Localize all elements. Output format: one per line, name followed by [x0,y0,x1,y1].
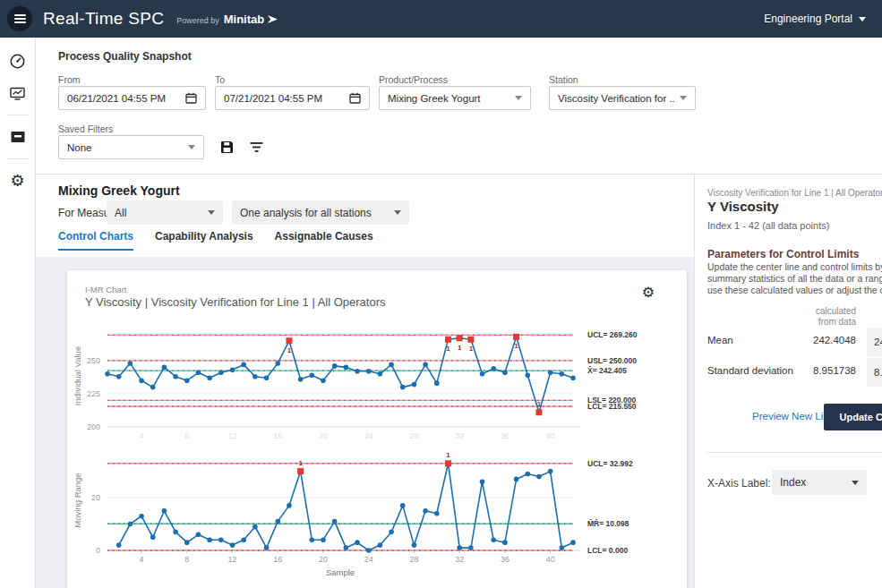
panel-section-divider [707,452,882,453]
product-process-value: Mixing Greek Yogurt [388,93,510,104]
mr-chart: 020481216202428323640SampleMoving RangeU… [70,445,688,588]
to-label: To [215,74,225,85]
svg-text:UCL= 32.992: UCL= 32.992 [587,459,633,468]
description-line: Update the center line and control limit… [707,261,882,273]
svg-text:16: 16 [273,555,282,564]
tab-capability-analysis[interactable]: Capability Analysis [155,230,253,251]
description-line: use these calculated values or adjust th… [707,285,882,296]
svg-text:24: 24 [364,555,373,564]
station-select[interactable]: Viscosity Verification for ... [549,86,696,110]
panel-title: Y Viscosity [707,199,779,214]
x-axis-select[interactable]: Index [772,470,867,495]
svg-text:USL= 250.000: USL= 250.000 [587,356,637,365]
calendar-icon [349,92,361,104]
svg-text:1: 1 [287,346,292,354]
svg-text:4: 4 [140,555,144,564]
svg-text:1: 1 [298,459,303,467]
portal-menu[interactable]: Engineering Portal [764,13,866,25]
svg-text:Moving Range: Moving Range [73,473,82,527]
station-label: Station [549,74,578,85]
gauge-icon[interactable] [7,50,29,72]
svg-text:4: 4 [140,431,144,439]
i-chart: 200225250481216202428323640Individual Va… [70,320,688,439]
chevron-down-icon [515,96,522,100]
col-header-line: calculated [802,306,856,317]
product-process-label: Product/Process [379,74,448,85]
panel-subtitle: Viscosity Verification for Line 1 | All … [707,188,882,198]
svg-text:1: 1 [469,345,474,353]
svg-text:32: 32 [455,555,464,564]
chevron-down-icon [394,210,401,215]
parameters-heading: Parameters for Control Limits [707,248,859,260]
from-date-value: 06/21/2021 04:55 PM [67,93,185,104]
analysis-mode-select[interactable]: One analysis for all stations [232,200,409,225]
std-input[interactable] [867,358,882,387]
filter-icon [250,141,263,153]
archive-icon[interactable] [7,126,29,148]
svg-text:28: 28 [409,555,418,564]
chart-card: I-MR Chart Y Viscosity | Viscosity Verif… [67,270,687,588]
mean-calculated-value: 242.4048 [784,335,856,345]
svg-text:20: 20 [319,431,328,439]
svg-text:1: 1 [537,400,542,408]
svg-text:LCL= 215.550: LCL= 215.550 [587,402,637,411]
svg-text:16: 16 [273,431,282,439]
saved-filters-value: None [67,142,183,153]
process-title: Mixing Greek Yogurt [58,183,180,198]
std-calculated-value: 8.951738 [784,365,856,376]
monitor-chart-icon[interactable] [7,82,29,104]
to-date-input[interactable]: 07/21/2021 04:55 PM [215,86,370,110]
left-sidebar: ⚙ [0,38,36,588]
gear-icon[interactable]: ⚙ [7,170,29,192]
svg-text:40: 40 [546,555,555,564]
svg-text:1: 1 [458,344,462,352]
from-date-input[interactable]: 06/21/2021 04:55 PM [58,86,206,110]
svg-text:12: 12 [228,431,237,439]
sidebar-divider [7,158,29,159]
svg-text:20: 20 [91,493,100,502]
svg-text:X̄= 242.405: X̄= 242.405 [587,366,627,375]
product-process-select[interactable]: Mixing Greek Yogurt [379,86,531,110]
powered-by-brand: Powered by Minitab [176,13,278,26]
mean-input[interactable] [867,328,882,356]
save-icon [220,141,234,154]
svg-text:36: 36 [501,555,510,564]
calendar-icon [185,92,197,104]
measure-value: All [115,207,126,219]
brand-name: Minitab [224,13,265,26]
parameters-description: Update the center line and control limit… [707,261,882,296]
filter-list-button[interactable] [247,138,265,156]
svg-text:8: 8 [184,555,189,564]
chevron-down-icon [852,481,859,485]
chart-settings-button[interactable]: ⚙ [642,285,655,301]
save-filter-button[interactable] [218,138,235,156]
svg-text:12: 12 [228,555,237,564]
chevron-down-icon [680,96,687,100]
col-header-line: from data [802,317,856,328]
tab-bar: Control ChartsCapability AnalysisAssigna… [58,230,373,251]
svg-text:UCL= 269.260: UCL= 269.260 [587,330,638,339]
chevron-down-icon [208,210,215,215]
app-title: Real-Time SPC [43,9,164,29]
sidebar-divider [7,115,29,115]
measure-select[interactable]: All [107,200,223,225]
svg-text:LCL= 0.000: LCL= 0.000 [587,546,628,555]
tab-assignable-causes[interactable]: Assignable Causes [275,230,373,251]
svg-text:28: 28 [409,431,418,439]
gear-glyph: ⚙ [642,285,655,300]
filter-section: Process Quality Snapshot From 06/21/2021… [36,38,882,175]
hamburger-menu-button[interactable] [7,6,32,31]
calculated-column-header: calculated from data [802,306,856,328]
section-title: Process Quality Snapshot [58,50,192,63]
saved-filters-select[interactable]: None [58,135,204,159]
std-label: Standard deviation [707,365,793,376]
description-line: summary statistics of all the data or a … [707,273,882,285]
mean-label: Mean [707,335,733,345]
svg-text:32: 32 [455,431,464,439]
chart-type-label: I-MR Chart [85,285,126,294]
tab-control-charts[interactable]: Control Charts [58,230,133,251]
station-value: Viscosity Verification for ... [558,93,674,104]
index-range-label: Index 1 - 42 (all data points) [707,220,829,231]
svg-text:250: 250 [87,356,100,365]
update-control-limits-button[interactable]: Update Control Limits [824,404,882,430]
